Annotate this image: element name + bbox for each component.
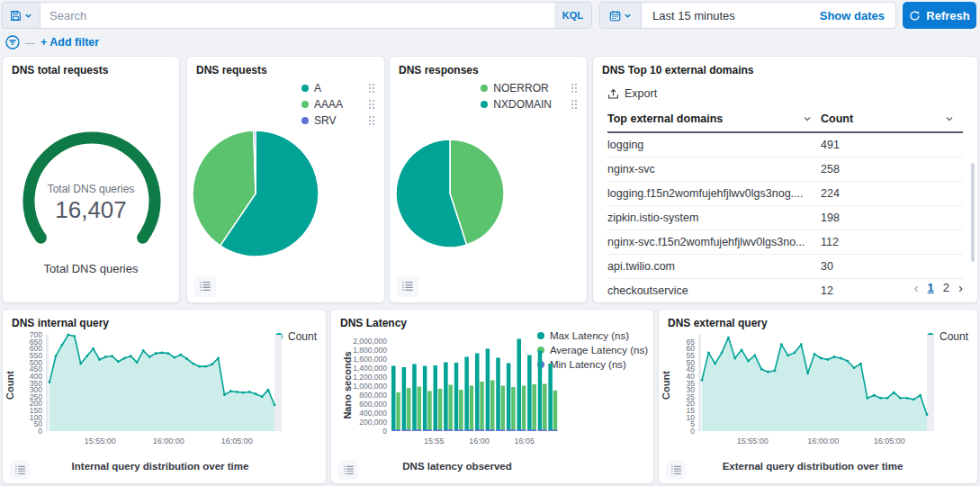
legend-toggle-button[interactable] <box>338 460 358 480</box>
prev-page-button[interactable]: ‹ <box>914 280 919 295</box>
svg-text:16:00:00: 16:00:00 <box>807 436 839 446</box>
saved-query-button[interactable] <box>2 2 40 29</box>
list-icon <box>670 464 682 476</box>
top-query-bar: KQL Last 15 minutes Show dates Refresh <box>2 2 976 29</box>
y-axis-label: Count <box>661 371 671 400</box>
search-input[interactable] <box>40 9 554 22</box>
legend-label: Max Latency (ns) <box>550 330 629 341</box>
refresh-button-label: Refresh <box>926 9 969 22</box>
calendar-icon <box>609 10 621 22</box>
svg-text:0: 0 <box>382 427 387 436</box>
legend-toggle-button[interactable] <box>666 460 686 480</box>
svg-text:16:05:00: 16:05:00 <box>874 436 905 446</box>
panel-dns-responses[interactable]: DNS responses NOERROR NXDOMAIN <box>389 56 588 303</box>
svg-text:1,600,000: 1,600,000 <box>353 355 387 364</box>
panel-dns-total-requests[interactable]: DNS total requests Total DNS queries 16,… <box>2 56 180 303</box>
add-filter-link[interactable]: + Add filter <box>40 36 99 49</box>
svg-text:15:55:00: 15:55:00 <box>737 436 769 446</box>
table-row[interactable]: logging491 <box>607 132 963 158</box>
svg-text:400,000: 400,000 <box>359 409 387 418</box>
list-icon <box>199 280 211 292</box>
gauge-center-label: Total DNS queries <box>3 183 179 195</box>
show-dates-link[interactable]: Show dates <box>809 3 895 28</box>
chevron-down-icon <box>624 12 632 20</box>
panel-title: DNS total requests <box>3 57 179 78</box>
search-bar: KQL <box>40 2 592 29</box>
page-1-button[interactable]: 1 <box>928 281 934 294</box>
svg-text:1,200,000: 1,200,000 <box>353 373 387 382</box>
panel-dns-requests[interactable]: DNS requests A AAAA SRV <box>186 56 385 303</box>
filter-dash: — <box>25 37 35 48</box>
table-row[interactable]: nginx-svc258 <box>607 158 963 182</box>
svg-text:200,000: 200,000 <box>359 418 387 427</box>
chevron-down-icon <box>24 12 32 20</box>
svg-text:15:55:00: 15:55:00 <box>85 436 116 446</box>
table-scrollbar[interactable] <box>971 163 975 262</box>
panel-dns-top-domains[interactable]: DNS Top 10 external domains Export Top e… <box>592 56 978 303</box>
svg-text:1,000,000: 1,000,000 <box>353 382 387 391</box>
column-header-domains[interactable]: Top external domains <box>607 107 821 132</box>
export-label: Export <box>625 87 657 100</box>
table-row[interactable]: nginx-svc.f15n2womfujehfjlwv0lgs3no...11… <box>607 230 963 255</box>
legend-toggle-button[interactable] <box>194 275 216 297</box>
refresh-button[interactable]: Refresh <box>903 2 976 29</box>
export-button[interactable]: Export <box>593 78 977 107</box>
legend-label: Min Latency (ns) <box>550 359 626 370</box>
chart-subtitle: DNS latency observed <box>358 461 556 472</box>
column-header-count[interactable]: Count <box>821 107 963 132</box>
dns-responses-pie-chart <box>390 57 588 303</box>
dns-requests-pie-chart <box>187 57 385 303</box>
gauge-bottom-label: Total DNS queries <box>3 262 179 275</box>
date-quick-menu-button[interactable] <box>600 3 642 28</box>
panel-dns-external-query[interactable]: DNS external query Count Count 051015202… <box>658 309 978 484</box>
svg-text:16:00:00: 16:00:00 <box>153 436 184 446</box>
latency-chart: 0200,000400,000600,000800,0001,000,0001,… <box>344 328 560 454</box>
svg-text:16:00: 16:00 <box>469 436 490 446</box>
chevron-down-icon <box>945 114 954 123</box>
svg-text:16:05: 16:05 <box>515 436 535 446</box>
table-row[interactable]: api.twilio.com30 <box>607 255 963 279</box>
panel-dns-internal-query[interactable]: DNS internal query Count Count 050100150… <box>2 309 327 484</box>
export-icon <box>607 88 619 100</box>
panel-dns-latency[interactable]: DNS Latency Max Latency (ns) Average Lat… <box>330 309 654 484</box>
list-icon <box>343 464 355 476</box>
svg-text:800,000: 800,000 <box>359 391 387 400</box>
svg-text:15:55: 15:55 <box>424 436 445 446</box>
svg-text:2,000,000: 2,000,000 <box>353 337 387 346</box>
table-row[interactable]: zipkin.istio-system198 <box>607 206 963 230</box>
table-pagination: ‹ 1 2 › <box>914 280 963 295</box>
table-row[interactable]: logging.f15n2womfujehfjlwv0lgs3nog....22… <box>607 182 963 206</box>
internal-query-chart: 0501001502002503003504004505005506006507… <box>15 328 294 454</box>
chart-subtitle: External query distribution over time <box>691 461 934 472</box>
filter-bar: — + Add filter <box>5 34 99 50</box>
svg-text:65: 65 <box>687 338 696 346</box>
filter-icon[interactable] <box>5 35 20 50</box>
gauge-value: 16,407 <box>3 196 179 224</box>
chart-subtitle: Internal query distribution over time <box>39 461 282 472</box>
svg-text:700: 700 <box>30 330 42 339</box>
svg-text:600,000: 600,000 <box>359 400 387 409</box>
panel-title: DNS Top 10 external domains <box>593 57 977 78</box>
time-range-value[interactable]: Last 15 minutes <box>642 3 809 28</box>
page-2-button[interactable]: 2 <box>943 281 949 294</box>
svg-text:16:05:00: 16:05:00 <box>221 436 253 446</box>
kql-badge[interactable]: KQL <box>554 3 591 28</box>
table-row[interactable]: checkoutservice12 <box>607 279 963 303</box>
list-icon <box>401 280 414 292</box>
refresh-icon <box>909 10 921 22</box>
external-query-chart: 0510152025303540455055606515:55:0016:00:… <box>671 328 946 454</box>
legend-toggle-button[interactable] <box>397 275 418 297</box>
total-queries-gauge <box>3 82 180 262</box>
legend-toggle-button[interactable] <box>10 460 30 480</box>
top-domains-table: Top external domains Count logging491 ng… <box>607 107 963 303</box>
save-icon <box>10 10 22 22</box>
legend-label: Average Latency (ns) <box>550 345 648 356</box>
next-page-button[interactable]: › <box>958 280 963 295</box>
y-axis-label: Count <box>4 371 15 400</box>
svg-text:1,400,000: 1,400,000 <box>353 364 387 373</box>
date-picker: Last 15 minutes Show dates <box>599 2 896 29</box>
svg-text:1,800,000: 1,800,000 <box>353 346 387 355</box>
chevron-down-icon <box>803 114 812 123</box>
list-icon <box>14 464 26 476</box>
